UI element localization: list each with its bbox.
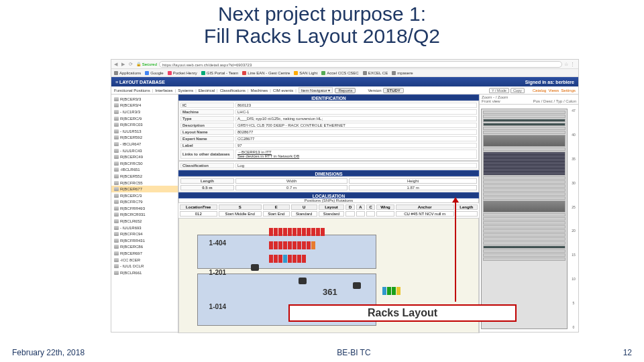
footer-date: February 22th, 2018 (12, 348, 85, 357)
cube-icon (114, 110, 119, 114)
bookmark-item[interactable]: GIS Portal - Team (201, 71, 239, 75)
tree-item[interactable]: R(BCFRC55 (111, 180, 178, 186)
cube-icon (114, 200, 119, 204)
main-menu: Functional Positions| Interfaces| System… (111, 86, 578, 95)
tree-item[interactable]: R(BCER552 (111, 173, 178, 180)
cube-icon (114, 245, 119, 249)
section-localisation: LOCALISATION (178, 192, 479, 198)
tree-panel[interactable]: R(BCER3/3R(BCER3/4- IUC1R3/3R(BCERC/9R(B… (111, 95, 178, 333)
tree-item[interactable]: - IUU1R513 (111, 128, 178, 135)
tree-item[interactable]: - IUC1R3/3 (111, 109, 178, 115)
tree-item[interactable]: -ICC 8CER (111, 257, 178, 263)
tree-item[interactable]: R(BCER592 (111, 135, 178, 141)
tree-item[interactable]: R(BCERC49 (111, 154, 178, 160)
app-title-bar: ≡ LAYOUT DATABASE Signed in as: berbiere (111, 77, 578, 86)
room-label: 1-014 (209, 303, 227, 310)
bookmark-star-icon[interactable]: ☆ (564, 62, 568, 67)
link-views[interactable]: Views (548, 88, 559, 93)
secure-badge: 🔒 Secured (136, 62, 157, 66)
tree-item[interactable]: - IUU1 DCLR (111, 263, 178, 269)
cube-icon (114, 226, 119, 230)
bookmark-item[interactable]: SAN Light (294, 71, 317, 75)
footer-center: BE-BI TC (85, 348, 623, 357)
link-settings[interactable]: Settings (561, 88, 576, 93)
menu-item[interactable]: Machines (251, 88, 268, 93)
tree-item[interactable]: R(BCER3/4 (111, 103, 178, 109)
rack-zoom-controls[interactable]: Zoom - / ZoomFront view Pos / Desc / Typ… (480, 95, 578, 105)
url-input[interactable]: https://layout.web.cern.ch/detail.aspx?i… (159, 61, 562, 68)
tree-item[interactable]: R(BCFRC94 (111, 231, 178, 237)
slide-footer: February 22th, 2018 BE-BI TC 12 (0, 346, 644, 359)
bookmark-item[interactable]: Accel CCS CSEC (321, 71, 358, 75)
title-line-2: Fill Racks Layout 2018/Q2 (0, 25, 644, 47)
tree-item[interactable]: R(BCFRC03 (111, 121, 178, 128)
menu-item[interactable]: Interfaces (155, 88, 172, 93)
reload-icon[interactable]: ⟳ (129, 62, 134, 67)
bookmarks-bar: Applications Google Pocket Henry GIS Por… (111, 69, 578, 77)
ident-key: Links to other databases (180, 149, 234, 159)
cube-icon (114, 206, 119, 210)
view-tab[interactable]: Copy (511, 88, 525, 93)
reports-button[interactable]: Reports (335, 88, 356, 93)
tree-item[interactable]: R(BCER697 (111, 250, 178, 257)
tree-item[interactable]: R(BCLR661 (111, 269, 178, 276)
tree-item[interactable]: R(BCLR652 (111, 218, 178, 225)
title-line-1: Next project purpose 1: (0, 3, 644, 25)
cube-icon (114, 174, 119, 178)
tree-item[interactable]: R(BCFRC79 (111, 199, 178, 206)
cube-icon (114, 181, 119, 185)
cube-icon (114, 239, 119, 243)
tree-item[interactable]: - IUU1R693 (111, 225, 178, 231)
classification-value: Log (235, 163, 477, 168)
bookmark-item[interactable]: Applications (114, 71, 141, 75)
tree-item[interactable]: R(BCERC/3 (111, 192, 178, 199)
cube-icon (114, 142, 119, 146)
menu-item[interactable]: Systems (178, 88, 193, 93)
camera-icon (353, 282, 361, 289)
callout-box: Racks Layout (288, 304, 517, 322)
bookmark-item[interactable]: Google (145, 71, 163, 75)
loc-subheader: Positions (SNPs) Rotations (178, 198, 479, 203)
forward-icon[interactable]: ▶ (121, 62, 127, 67)
ident-val: GR5Y-ICL CLB 700 DEEP - RACK CONTROLE ET… (235, 123, 477, 128)
bookmark-item[interactable]: Pocket Henry (168, 71, 197, 75)
tree-item[interactable]: -IBCLR651 (111, 167, 178, 174)
menu-item[interactable]: CIM events (273, 88, 293, 93)
section-identification: IDENTIFICATION (178, 95, 479, 101)
annotation-arrow (455, 201, 456, 302)
tree-item[interactable]: - IBCLR647 (111, 141, 178, 147)
ident-key: Label (180, 143, 234, 148)
content-area: R(BCER3/3R(BCER3/4- IUC1R3/3R(BCERC/9R(B… (111, 95, 578, 333)
cube-icon (114, 135, 119, 139)
nav-dropdown[interactable]: Item Navigator ▾ (299, 87, 333, 93)
tree-item[interactable]: R(BCFRR493 (111, 205, 178, 212)
ident-val: 8028677 (235, 129, 477, 135)
bookmark-item[interactable]: mpasere (392, 71, 413, 75)
room-label: 1-201 (209, 269, 227, 276)
camera-icon (299, 278, 307, 284)
tree-item[interactable]: R(BCER677 (111, 186, 178, 192)
cube-icon (114, 264, 119, 268)
tree-item[interactable]: R(BCERC86 (111, 244, 178, 251)
view-tab[interactable]: Y / Mode (489, 88, 509, 93)
link-catalog[interactable]: Catalog (533, 88, 547, 93)
bookmark-item[interactable]: Line EAN - Gest Centre (242, 71, 290, 75)
back-icon[interactable]: ◀ (114, 62, 119, 67)
menu-item[interactable]: Classifications (220, 88, 246, 93)
identification-table: IC860123MachineLHC-1TypeA___DfS; syp10 c… (178, 101, 479, 161)
tree-item[interactable]: R(BCFRR431 (111, 237, 178, 244)
tree-item[interactable]: R(BCRCR031 (111, 212, 178, 219)
tree-item[interactable]: R(BCFRC50 (111, 160, 178, 167)
menu-icon[interactable]: ⋮ (570, 62, 576, 67)
tree-item[interactable]: - IUU1RC43 (111, 147, 178, 154)
bookmark-item[interactable]: EXCEL CE (363, 71, 388, 75)
tree-item[interactable]: R(BCER3/3 (111, 96, 178, 103)
version-value[interactable]: STUDY (383, 88, 403, 93)
menu-item[interactable]: Electrical (199, 88, 215, 93)
cube-icon (114, 232, 119, 236)
menu-item[interactable]: Functional Positions (114, 88, 150, 93)
tree-item[interactable]: R(BCERC/9 (111, 115, 178, 122)
rack-view[interactable] (481, 109, 568, 329)
ident-key: Layout Name (180, 129, 234, 135)
cube-icon (114, 129, 119, 133)
